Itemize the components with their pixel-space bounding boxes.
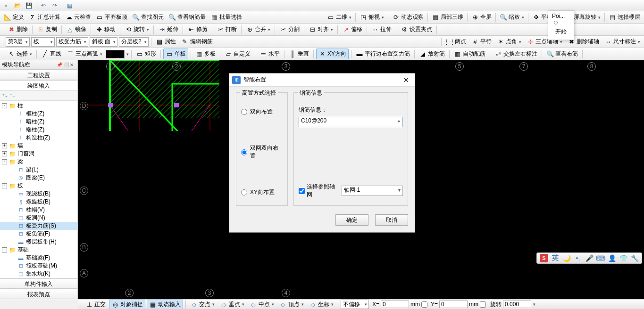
tree-toggle-icon[interactable]: + [2,143,7,148]
tb-批量选择[interactable]: ▦批量选择 [209,12,244,22]
tree-node-基础梁(F)[interactable]: ▬基础梁(F) [0,254,77,262]
ime-toolbar[interactable]: S 英 🌙 •, 🎤 ⌨ 👤 👕 🔧 [536,252,642,264]
tree-collapse-icon[interactable]: ⁻₋ [9,92,15,99]
tb-自定义[interactable]: ▱自定义 [223,49,252,59]
tb-动态观察[interactable]: ⟳动态观察 [390,12,426,22]
qa-new-icon[interactable]: ▫ [2,1,10,10]
qa-undo-icon[interactable]: ↶ [39,1,48,10]
tb-平齐板顶[interactable]: ▭平齐板顶 [94,12,129,22]
tb-放射筋[interactable]: ◢放射筋 [417,49,447,59]
radio-xy[interactable]: XY向布置 [241,188,283,196]
tree-node-板负筋(F)[interactable]: ⊞板负筋(F) [0,230,77,238]
panel-tab-settings[interactable]: 工程设置 [0,70,77,80]
tb-三点画弧[interactable]: ⌒三点画弧▾ [65,49,104,59]
tree-node-螺旋板(B)[interactable]: §螺旋板(B) [0,198,77,206]
x-input[interactable] [381,301,409,308]
tb-偏移[interactable]: ↗偏移 [340,24,364,34]
tb-延伸[interactable]: ⇥延伸 [156,24,180,34]
ime-lang[interactable]: 英 [551,254,560,262]
tree-toggle-icon[interactable]: - [2,159,7,164]
tree-node-梁[interactable]: -📁梁 [0,158,77,166]
tb-拉伸[interactable]: ↔拉伸 [369,24,393,34]
tb-删除[interactable]: ✖删除 [6,24,30,34]
tb-平行边布置受力筋[interactable]: ▬平行边布置受力筋 [354,49,412,59]
tree-node-构造柱(Z)[interactable]: ⊺构造柱(Z) [0,134,77,142]
tb-尺寸标注[interactable]: ↔尺寸标注▾ [602,37,642,47]
combo-layer[interactable]: 分层板2 [119,37,149,47]
color-swatch[interactable] [106,50,125,58]
tb-局部三维[interactable]: ▦局部三维 [430,12,465,22]
tb-矩形[interactable]: ▭矩形 [134,49,158,59]
tree-node-框柱(Z)[interactable]: ⊺框柱(Z) [0,110,77,118]
radio-bidirectional[interactable]: 双向布置 [241,108,283,116]
tree-node-圈梁(E)[interactable]: ◎圈梁(E) [0,174,77,182]
sb-动态输入[interactable]: ▤动态输入 [147,300,183,309]
combo-floor[interactable]: 第3层 [6,37,30,47]
tb-自动配筋[interactable]: ▦自动配筋 [452,49,487,59]
dialog-close-button[interactable]: ✕ [401,76,412,84]
tree-expand-icon[interactable]: ⁺₊ [2,92,8,99]
ime-user-icon[interactable]: 👤 [608,254,616,262]
snap-坐标[interactable]: ◇坐标▾ [307,300,335,309]
tb-汇总计算[interactable]: Σ汇总计算 [27,12,62,22]
tree-toggle-icon[interactable]: - [2,103,7,108]
tb-对齐[interactable]: ⊟对齐▾ [307,24,335,34]
tree-node-端柱(Z)[interactable]: ⊺端柱(Z) [0,126,77,134]
ime-skin-icon[interactable]: 👕 [619,254,627,262]
panel-float-icon[interactable]: ⬜ [63,62,69,68]
combo-cat[interactable]: 板 [31,37,55,47]
tree-toggle-icon[interactable]: + [2,151,7,156]
panel-tab-report[interactable]: 报表预览 [0,289,77,299]
tb-直线[interactable]: ╱直线 [39,49,63,59]
tree-node-墙[interactable]: +📁墙 [0,142,77,150]
tree-node-暗柱(Z)[interactable]: ⊺暗柱(Z) [0,118,77,126]
axis-select[interactable]: 轴网-1 [342,186,403,196]
sb-对象捕捉[interactable]: ◎对象捕捉 [109,300,145,309]
tb-定义[interactable]: 📐定义 [2,12,26,22]
tb-单板[interactable]: ▭单板 [163,49,188,59]
qa-save-icon[interactable]: 💾 [25,1,33,10]
dialog-titlebar[interactable]: ⊕ 智能布置 ✕ [229,73,415,87]
panel-tab-drawing[interactable]: 绘图输入 [0,80,77,90]
snap-顶点[interactable]: ◇顶点▾ [277,300,306,309]
tree-node-筏板基础(M)[interactable]: ⊞筏板基础(M) [0,262,77,270]
tb-点角[interactable]: ✶点角▾ [495,37,523,47]
qa-redo-icon[interactable]: ↷ [50,1,59,10]
ok-button[interactable]: 确定 [335,214,368,226]
tb-两点[interactable]: ⋮⋮两点 [444,37,468,47]
snap-交点[interactable]: ◇交点▾ [188,300,217,309]
y-input[interactable] [439,301,468,308]
tb-修剪[interactable]: ⇤修剪 [185,24,209,34]
tb-打断[interactable]: ✂打断 [215,24,239,34]
tb-平行[interactable]: #平行 [469,37,493,47]
panel-close-icon[interactable]: ✕ [70,62,75,68]
tb-复制[interactable]: ⎘复制 [35,24,59,34]
tb-全屏[interactable]: ⊕全屏 [469,12,493,22]
tb-二维[interactable]: ▭二维▾ [325,12,353,22]
panel-pin-icon[interactable]: 📌 [57,62,62,68]
axis-checkbox[interactable]: 选择参照轴网 [299,183,338,199]
tb-交换左右标注[interactable]: ⇄交换左右标注 [493,49,539,59]
tb-属性[interactable]: ▤属性 [154,37,178,47]
combo-sub[interactable]: 板受力筋 [56,37,88,47]
tb-合并[interactable]: ⊕合并▾ [244,24,272,34]
combo-sub2[interactable]: 斜板 面 [90,37,117,47]
tb-俯视[interactable]: ◳俯视▾ [358,12,386,22]
tb-查找图元[interactable]: 🔍查找图元 [130,12,166,22]
radio-double-net[interactable]: 双网双向布置 [241,144,283,160]
tb-编辑钢筋[interactable]: ✎编辑钢筋 [179,37,215,47]
ime-tool-icon[interactable]: 🔧 [630,254,639,262]
tree-node-柱帽(V)[interactable]: ⊓柱帽(V) [0,206,77,214]
qa-tool-icon[interactable]: ▦ [65,1,74,10]
ime-punct-icon[interactable]: •, [574,254,582,262]
tb-XY方向[interactable]: ✕XY方向 [316,49,349,59]
tb-缩放[interactable]: 🔍缩放▾ [498,12,526,22]
angle-input[interactable] [503,301,531,308]
tb-多板[interactable]: ▦多板 [193,49,217,59]
tree-node-集水坑(K)[interactable]: ▢集水坑(K) [0,270,77,278]
ime-logo-icon[interactable]: S [540,254,548,262]
tb-垂直[interactable]: ║垂直 [287,49,311,59]
rebar-input[interactable]: C10@200 [299,117,402,127]
cancel-button[interactable]: 取消 [375,214,408,226]
ime-mic-icon[interactable]: 🎤 [585,254,594,262]
